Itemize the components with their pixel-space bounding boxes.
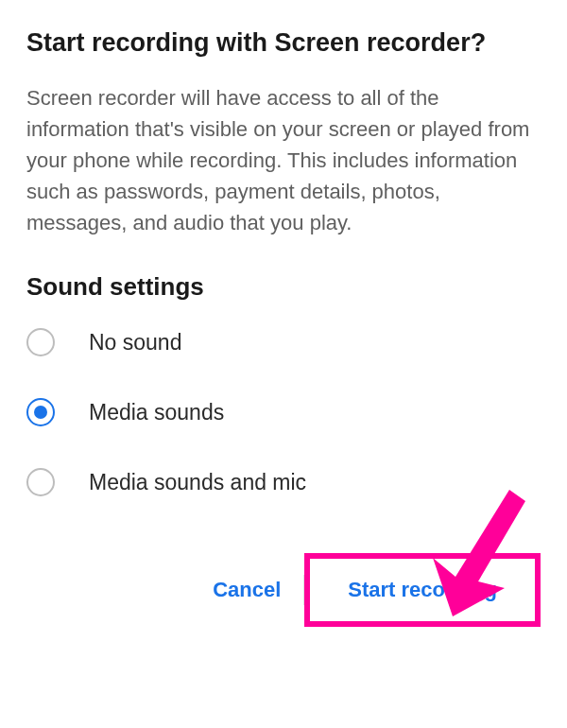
radio-option-media-sounds-and-mic[interactable]: Media sounds and mic <box>26 468 541 496</box>
radio-icon <box>26 328 55 356</box>
dialog-body-text: Screen recorder will have access to all … <box>26 82 541 238</box>
radio-dot-icon <box>34 406 47 419</box>
sound-settings-heading: Sound settings <box>26 272 541 302</box>
start-recording-button[interactable]: Start recording <box>325 564 520 615</box>
radio-icon-selected <box>26 398 55 426</box>
radio-option-media-sounds[interactable]: Media sounds <box>26 398 541 426</box>
cancel-button[interactable]: Cancel <box>190 564 303 615</box>
annotation-highlight-box: Start recording <box>304 553 541 627</box>
dialog-title: Start recording with Screen recorder? <box>26 26 541 60</box>
radio-label: Media sounds and mic <box>89 470 306 495</box>
sound-settings-radio-group: No sound Media sounds Media sounds and m… <box>26 328 541 496</box>
dialog-button-row: Cancel Start recording <box>26 553 541 627</box>
radio-option-no-sound[interactable]: No sound <box>26 328 541 356</box>
radio-icon <box>26 468 55 496</box>
radio-label: No sound <box>89 330 181 355</box>
radio-label: Media sounds <box>89 400 224 425</box>
